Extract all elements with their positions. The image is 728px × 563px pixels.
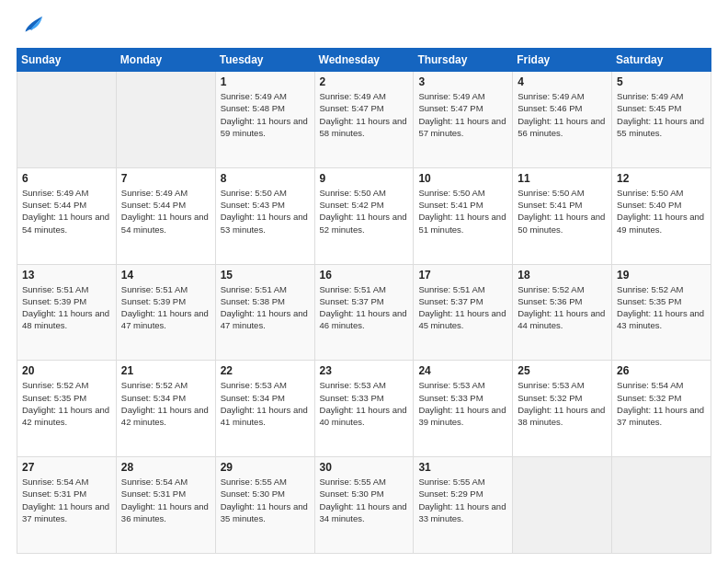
day-number: 16: [320, 269, 409, 282]
calendar-cell: 13Sunrise: 5:51 AMSunset: 5:39 PMDayligh…: [17, 264, 117, 361]
day-info: Sunrise: 5:50 AMSunset: 5:40 PMDaylight:…: [617, 187, 706, 236]
day-number: 18: [518, 269, 607, 282]
day-info: Sunrise: 5:49 AMSunset: 5:44 PMDaylight:…: [121, 187, 210, 236]
day-number: 22: [221, 364, 310, 377]
day-info: Sunrise: 5:51 AMSunset: 5:39 PMDaylight:…: [121, 283, 210, 332]
calendar-week-row: 1Sunrise: 5:49 AMSunset: 5:48 PMDaylight…: [17, 72, 711, 168]
day-info: Sunrise: 5:49 AMSunset: 5:47 PMDaylight:…: [320, 90, 409, 139]
calendar-cell: 9Sunrise: 5:50 AMSunset: 5:42 PMDaylight…: [314, 167, 414, 264]
day-info: Sunrise: 5:53 AMSunset: 5:33 PMDaylight:…: [418, 379, 507, 428]
calendar-cell: 16Sunrise: 5:51 AMSunset: 5:37 PMDayligh…: [314, 264, 414, 361]
calendar-table: SundayMondayTuesdayWednesdayThursdayFrid…: [17, 48, 711, 554]
calendar-cell: 12Sunrise: 5:50 AMSunset: 5:40 PMDayligh…: [612, 167, 711, 264]
calendar-cell: 24Sunrise: 5:53 AMSunset: 5:33 PMDayligh…: [414, 361, 513, 457]
day-number: 23: [320, 364, 409, 377]
day-info: Sunrise: 5:53 AMSunset: 5:32 PMDaylight:…: [518, 379, 607, 428]
day-info: Sunrise: 5:55 AMSunset: 5:30 PMDaylight:…: [320, 476, 409, 524]
day-number: 8: [221, 172, 310, 185]
calendar-cell: 17Sunrise: 5:51 AMSunset: 5:37 PMDayligh…: [414, 264, 513, 361]
day-number: 30: [320, 461, 409, 474]
day-number: 11: [518, 172, 607, 185]
weekday-header-thursday: Thursday: [414, 49, 513, 72]
calendar-cell: 22Sunrise: 5:53 AMSunset: 5:34 PMDayligh…: [215, 361, 314, 457]
day-number: 12: [617, 172, 706, 185]
calendar-week-row: 13Sunrise: 5:51 AMSunset: 5:39 PMDayligh…: [17, 264, 711, 361]
calendar-week-row: 20Sunrise: 5:52 AMSunset: 5:35 PMDayligh…: [17, 361, 711, 457]
weekday-header-friday: Friday: [513, 49, 612, 72]
day-info: Sunrise: 5:54 AMSunset: 5:31 PMDaylight:…: [121, 476, 210, 524]
day-number: 29: [221, 461, 310, 474]
day-info: Sunrise: 5:51 AMSunset: 5:39 PMDaylight:…: [22, 283, 111, 332]
day-number: 7: [121, 172, 210, 185]
day-info: Sunrise: 5:50 AMSunset: 5:43 PMDaylight:…: [221, 187, 310, 236]
day-info: Sunrise: 5:54 AMSunset: 5:31 PMDaylight:…: [22, 476, 111, 524]
calendar-week-row: 6Sunrise: 5:49 AMSunset: 5:44 PMDaylight…: [17, 167, 711, 264]
day-info: Sunrise: 5:50 AMSunset: 5:42 PMDaylight:…: [320, 187, 409, 236]
day-number: 20: [22, 364, 111, 377]
day-info: Sunrise: 5:55 AMSunset: 5:29 PMDaylight:…: [418, 476, 507, 524]
weekday-header-sunday: Sunday: [17, 49, 117, 72]
day-info: Sunrise: 5:53 AMSunset: 5:33 PMDaylight:…: [320, 379, 409, 428]
day-info: Sunrise: 5:49 AMSunset: 5:44 PMDaylight:…: [22, 187, 111, 236]
day-number: 31: [418, 461, 507, 474]
day-number: 27: [22, 461, 111, 474]
day-number: 5: [617, 75, 706, 88]
calendar-cell: 18Sunrise: 5:52 AMSunset: 5:36 PMDayligh…: [513, 264, 612, 361]
logo: [17, 17, 44, 39]
calendar-cell: 21Sunrise: 5:52 AMSunset: 5:34 PMDayligh…: [116, 361, 215, 457]
day-info: Sunrise: 5:51 AMSunset: 5:37 PMDaylight:…: [418, 283, 507, 332]
day-info: Sunrise: 5:50 AMSunset: 5:41 PMDaylight:…: [418, 187, 507, 236]
day-number: 15: [221, 269, 310, 282]
calendar-cell: 25Sunrise: 5:53 AMSunset: 5:32 PMDayligh…: [513, 361, 612, 457]
calendar-cell: [17, 72, 117, 168]
day-info: Sunrise: 5:51 AMSunset: 5:38 PMDaylight:…: [221, 283, 310, 332]
day-info: Sunrise: 5:49 AMSunset: 5:45 PMDaylight:…: [617, 90, 706, 139]
day-number: 4: [518, 75, 607, 88]
calendar-week-row: 27Sunrise: 5:54 AMSunset: 5:31 PMDayligh…: [17, 457, 711, 554]
weekday-header-tuesday: Tuesday: [215, 49, 314, 72]
day-number: 25: [518, 364, 607, 377]
day-info: Sunrise: 5:54 AMSunset: 5:32 PMDaylight:…: [617, 379, 706, 428]
calendar-cell: [612, 457, 711, 554]
calendar-cell: 31Sunrise: 5:55 AMSunset: 5:29 PMDayligh…: [414, 457, 513, 554]
calendar-cell: 3Sunrise: 5:49 AMSunset: 5:47 PMDaylight…: [414, 72, 513, 168]
day-number: 24: [418, 364, 507, 377]
day-number: 2: [320, 75, 409, 88]
header: [17, 17, 711, 39]
weekday-header-monday: Monday: [116, 49, 215, 72]
page: SundayMondayTuesdayWednesdayThursdayFrid…: [0, 0, 728, 563]
day-info: Sunrise: 5:49 AMSunset: 5:46 PMDaylight:…: [518, 90, 607, 139]
calendar-header-row: SundayMondayTuesdayWednesdayThursdayFrid…: [17, 49, 711, 72]
weekday-header-wednesday: Wednesday: [314, 49, 414, 72]
calendar-cell: [513, 457, 612, 554]
calendar-cell: [116, 72, 215, 168]
calendar-cell: 28Sunrise: 5:54 AMSunset: 5:31 PMDayligh…: [116, 457, 215, 554]
calendar-cell: 1Sunrise: 5:49 AMSunset: 5:48 PMDaylight…: [215, 72, 314, 168]
day-info: Sunrise: 5:55 AMSunset: 5:30 PMDaylight:…: [221, 476, 310, 524]
day-number: 19: [617, 269, 706, 282]
day-info: Sunrise: 5:52 AMSunset: 5:36 PMDaylight:…: [518, 283, 607, 332]
day-number: 9: [320, 172, 409, 185]
day-number: 1: [221, 75, 310, 88]
day-number: 28: [121, 461, 210, 474]
day-number: 3: [418, 75, 507, 88]
day-number: 14: [121, 269, 210, 282]
calendar-cell: 27Sunrise: 5:54 AMSunset: 5:31 PMDayligh…: [17, 457, 117, 554]
day-info: Sunrise: 5:49 AMSunset: 5:48 PMDaylight:…: [221, 90, 310, 139]
calendar-cell: 10Sunrise: 5:50 AMSunset: 5:41 PMDayligh…: [414, 167, 513, 264]
calendar-cell: 2Sunrise: 5:49 AMSunset: 5:47 PMDaylight…: [314, 72, 414, 168]
calendar-cell: 15Sunrise: 5:51 AMSunset: 5:38 PMDayligh…: [215, 264, 314, 361]
day-number: 13: [22, 269, 111, 282]
day-number: 21: [121, 364, 210, 377]
calendar-cell: 30Sunrise: 5:55 AMSunset: 5:30 PMDayligh…: [314, 457, 414, 554]
day-info: Sunrise: 5:52 AMSunset: 5:35 PMDaylight:…: [617, 283, 706, 332]
day-info: Sunrise: 5:52 AMSunset: 5:35 PMDaylight:…: [22, 379, 111, 428]
calendar-cell: 4Sunrise: 5:49 AMSunset: 5:46 PMDaylight…: [513, 72, 612, 168]
logo-bird-icon: [18, 13, 44, 39]
calendar-cell: 6Sunrise: 5:49 AMSunset: 5:44 PMDaylight…: [17, 167, 117, 264]
calendar-cell: 20Sunrise: 5:52 AMSunset: 5:35 PMDayligh…: [17, 361, 117, 457]
day-info: Sunrise: 5:49 AMSunset: 5:47 PMDaylight:…: [418, 90, 507, 139]
day-info: Sunrise: 5:50 AMSunset: 5:41 PMDaylight:…: [518, 187, 607, 236]
calendar-cell: 14Sunrise: 5:51 AMSunset: 5:39 PMDayligh…: [116, 264, 215, 361]
calendar-cell: 8Sunrise: 5:50 AMSunset: 5:43 PMDaylight…: [215, 167, 314, 264]
